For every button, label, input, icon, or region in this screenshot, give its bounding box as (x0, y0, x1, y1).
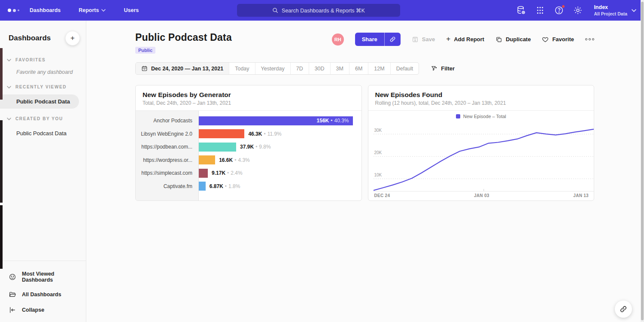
y-tick: 10K (374, 173, 382, 177)
data-management-icon[interactable] (516, 6, 526, 15)
section-created-by-you[interactable]: CREATED BY YOU (0, 109, 86, 124)
vertical-scrollbar[interactable] (641, 0, 644, 322)
settings-gear-icon[interactable] (573, 6, 583, 15)
section-created-by-you-label: CREATED BY YOU (15, 116, 63, 121)
bar-simplecast[interactable] (199, 169, 208, 178)
public-badge: Public (135, 47, 155, 54)
bar-value: 37.9K (240, 144, 254, 150)
project-switcher[interactable]: Index All Project Data (594, 4, 636, 16)
sidebar-item-public-podcast-data-created[interactable]: Public Podcast Data (0, 126, 79, 140)
bar-percent: 11.9% (267, 131, 282, 137)
line-plot-area[interactable]: 10K20K30K (374, 121, 594, 191)
preset-3m[interactable]: 3M (331, 63, 349, 74)
date-range-picker[interactable]: Dec 24, 2020 — Jan 13, 2021 (136, 63, 229, 74)
bar-podbean[interactable] (199, 143, 236, 152)
chevron-down-icon (101, 9, 106, 12)
bar-value: 16.6K (219, 157, 233, 163)
add-report-button[interactable]: + Add Report (446, 36, 484, 43)
chart-legend[interactable]: New Episode – Total (368, 111, 594, 121)
bar-percent: 4.3% (238, 157, 249, 163)
bar-libsyn[interactable] (199, 129, 244, 138)
filter-funnel-icon (431, 65, 437, 72)
nav-dashboards-label: Dashboards (30, 7, 61, 13)
all-dashboards-label: All Dashboards (22, 292, 61, 298)
x-tick: JAN 03 (474, 193, 489, 198)
plus-icon: + (446, 35, 450, 43)
background-window-sliver (0, 205, 3, 269)
card-new-episodes-found: New Episodes Found Rolling (12 hours), t… (368, 85, 595, 201)
bar-plot-area: 156K•40.3% 46.3K•11.9% 37.9K•9.8% 16.6K•… (199, 111, 361, 200)
preset-today[interactable]: Today (229, 63, 255, 74)
share-button[interactable]: Share (355, 33, 401, 46)
bar-wordpress[interactable] (199, 155, 215, 164)
collapse-sidebar-button[interactable]: Collapse (0, 302, 86, 318)
preset-6m[interactable]: 6M (349, 63, 368, 74)
nav-users[interactable]: Users (124, 7, 139, 13)
folder-icon (9, 291, 16, 298)
search-icon (272, 7, 278, 13)
apps-grid-icon[interactable] (535, 6, 545, 15)
filter-label: Filter (441, 65, 455, 72)
date-range-label: Dec 24, 2020 — Jan 13, 2021 (151, 66, 223, 72)
main-content: Public Podcast Data Public RH Share Save… (87, 21, 641, 322)
favorite-button[interactable]: Favorite (542, 36, 574, 43)
duplicate-button[interactable]: Duplicate (495, 36, 531, 43)
preset-default[interactable]: Default (391, 63, 419, 74)
search-input[interactable]: Search Dashboards & Reports ⌘K (237, 4, 400, 17)
background-window-sliver (0, 48, 3, 100)
share-button-label[interactable]: Share (355, 33, 384, 46)
preset-yesterday[interactable]: Yesterday (255, 63, 291, 74)
section-recently-viewed[interactable]: RECENTLY VIEWED (0, 77, 86, 92)
filter-button[interactable]: Filter (431, 65, 455, 72)
nav-reports[interactable]: Reports (79, 7, 106, 13)
section-favorites-label: FAVORITES (15, 58, 46, 62)
top-navbar: Dashboards Reports Users Search Dashboar… (0, 0, 644, 21)
bar-anchor-podcasts[interactable]: 156K•40.3% (199, 116, 353, 125)
bar-percent: 9.8% (259, 144, 270, 150)
add-report-label: Add Report (454, 36, 484, 43)
avatar[interactable]: RH (332, 33, 344, 46)
app-logo-icon[interactable] (8, 9, 19, 12)
most-viewed-dashboards-button[interactable]: Most Viewed Dashboards (0, 267, 86, 287)
most-viewed-dashboards-label: Most Viewed Dashboards (22, 271, 86, 283)
scrollbar-thumb[interactable] (641, 2, 644, 320)
more-options-button[interactable] (585, 36, 594, 42)
link-icon (389, 36, 396, 43)
bar-value: 46.3K (248, 131, 262, 137)
sidebar-title: Dashboards (9, 34, 51, 43)
copy-link-floating-button[interactable] (615, 301, 632, 318)
background-window-sliver (0, 120, 3, 203)
card-new-episodes-by-generator: New Episodes by Generator Total, Dec 24t… (135, 85, 362, 201)
preset-12m[interactable]: 12M (368, 63, 390, 74)
bar-category-labels: Anchor Podcasts Libsyn WebEngine 2.0 htt… (136, 111, 199, 200)
y-tick: 30K (374, 128, 382, 133)
page-title: Public Podcast Data (135, 32, 232, 43)
section-favorites[interactable]: FAVORITES (0, 50, 86, 65)
bar-category: Anchor Podcasts (136, 114, 198, 128)
bar-category: https://wordpress.or... (136, 154, 198, 167)
legend-label: New Episode – Total (463, 114, 506, 119)
all-dashboards-button[interactable]: All Dashboards (0, 287, 86, 302)
help-icon[interactable] (554, 6, 564, 15)
collapse-left-icon (9, 306, 16, 314)
copy-share-link-button[interactable] (384, 33, 401, 46)
dot-icon (585, 38, 587, 40)
heart-icon (542, 36, 549, 43)
add-dashboard-button[interactable]: + (65, 31, 80, 46)
nav-reports-label: Reports (79, 7, 99, 13)
bar-percent: 40.3% (334, 118, 349, 124)
chevron-down-icon (7, 118, 11, 120)
preset-7d[interactable]: 7D (291, 63, 309, 74)
card-title: New Episodes Found (375, 91, 587, 99)
save-button[interactable]: Save (412, 36, 435, 43)
sidebar-item-public-podcast-data-recent[interactable]: Public Podcast Data (0, 94, 79, 109)
nav-dashboards[interactable]: Dashboards (30, 7, 61, 13)
search-placeholder: Search Dashboards & Reports ⌘K (282, 7, 365, 14)
legend-swatch-icon (456, 114, 460, 118)
x-axis: DEC 24 JAN 03 JAN 13 (374, 191, 594, 198)
bar-captivate[interactable] (199, 182, 206, 191)
save-icon (412, 36, 419, 43)
favorites-empty-text: Favorite any dashboard (0, 65, 86, 77)
chevron-down-icon (7, 86, 11, 88)
preset-30d[interactable]: 30D (309, 63, 331, 74)
